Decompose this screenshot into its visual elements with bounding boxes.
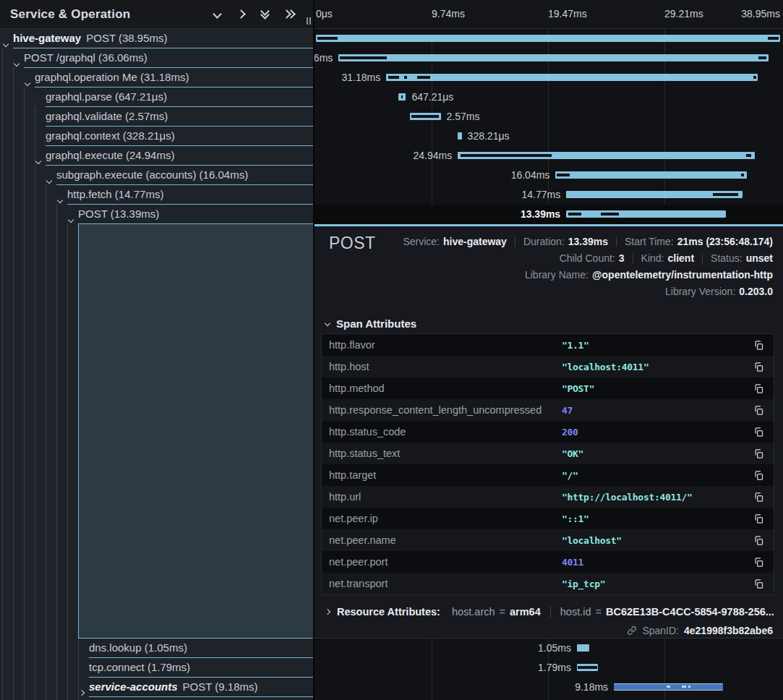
double-chevron-down-icon[interactable] — [262, 11, 268, 18]
resource-attributes-row[interactable]: Resource Attributes: host.arch=arm64host… — [325, 606, 774, 618]
indent-guide — [67, 223, 68, 700]
timeline-row[interactable]: 14.77ms — [315, 185, 783, 205]
field-label: Start Time: — [625, 236, 674, 247]
attribute-row: net.transport"ip_tcp" — [322, 573, 774, 594]
tree-row[interactable]: graphql.operation Me (31.18ms) — [0, 68, 313, 88]
copy-button[interactable] — [743, 362, 774, 372]
span-bar[interactable] — [410, 113, 440, 120]
tree-header-actions — [214, 11, 294, 18]
field-divider — [702, 253, 703, 263]
tree-row[interactable]: graphql.context (328.21μs) — [0, 127, 313, 146]
field-label: Status: — [711, 252, 743, 264]
timeline-row[interactable]: 1.05ms — [315, 639, 783, 658]
tree-row[interactable]: http.fetch (14.77ms) — [0, 185, 313, 205]
copy-button[interactable] — [743, 340, 774, 351]
timeline-row[interactable]: 16.04ms — [315, 166, 783, 185]
span-bar[interactable] — [458, 132, 461, 140]
chevron-right-icon — [325, 609, 330, 615]
detail-meta-line: Child Count:3Kind:clientStatus:unset — [560, 252, 773, 264]
copy-button[interactable] — [743, 557, 774, 568]
attribute-row: http.url"http://localhost:4011/" — [322, 486, 774, 508]
copy-icon — [753, 340, 764, 351]
child-span-tick — [461, 154, 551, 157]
copy-icon — [753, 470, 764, 481]
field-value: unset — [746, 252, 773, 264]
panel-resize-handle[interactable] — [307, 17, 311, 25]
timeline-row[interactable]: 9.18ms — [315, 678, 783, 697]
span-bar[interactable] — [566, 191, 742, 198]
copy-button[interactable] — [743, 492, 774, 503]
child-span-tick — [578, 666, 596, 669]
timeline-row[interactable]: 647.21μs — [315, 88, 783, 107]
tree-row-label: service-accountsPOST (9.18ms) — [89, 678, 313, 697]
span-bar[interactable] — [577, 664, 599, 671]
span-bar[interactable] — [338, 54, 768, 61]
timeline-row[interactable]: 36.06ms — [315, 48, 783, 68]
chevron-down-icon[interactable] — [58, 192, 62, 205]
duration-label: 31.18ms — [342, 68, 381, 88]
child-span-tick — [768, 37, 779, 40]
tree-row[interactable]: tcp.connect (1.79ms) — [0, 658, 313, 678]
field-value: 13.39ms — [568, 236, 608, 247]
timeline-row[interactable]: 38.95ms — [315, 29, 783, 48]
timeline-row[interactable]: 13.39ms — [315, 205, 783, 224]
tree-row[interactable]: service-accountsPOST (9.18ms) — [0, 678, 313, 697]
tree-row[interactable]: POST (13.39ms) — [0, 205, 313, 224]
span-bar[interactable] — [398, 93, 406, 101]
attribute-key: http.status_text — [322, 448, 562, 459]
timeline-row[interactable]: 31.18ms — [315, 68, 783, 88]
child-span-tick — [317, 37, 338, 40]
chevron-down-icon[interactable] — [69, 212, 73, 225]
tree-row[interactable]: hive-gatewayPOST (38.95ms) — [0, 29, 313, 48]
span-bar[interactable] — [555, 171, 746, 179]
timeline-row[interactable]: 2.57ms — [315, 107, 783, 127]
attribute-key: net.transport — [322, 578, 562, 589]
chevron-right-icon[interactable] — [236, 9, 246, 19]
copy-button[interactable] — [743, 535, 774, 546]
chevron-down-icon[interactable] — [25, 75, 30, 88]
attribute-key: net.peer.name — [322, 534, 562, 546]
chevron-right-icon[interactable] — [80, 685, 84, 698]
link-icon[interactable] — [627, 626, 637, 636]
chevron-down-icon[interactable] — [47, 173, 51, 186]
double-chevron-right-icon[interactable] — [286, 11, 294, 17]
panel-divider[interactable] — [313, 0, 315, 700]
tree-row[interactable]: subgraph.execute (accounts) (16.04ms) — [0, 166, 313, 185]
copy-icon — [753, 513, 764, 524]
operation-label: tcp.connect (1.79ms) — [89, 661, 190, 673]
indent-guide — [56, 204, 57, 700]
copy-button[interactable] — [743, 579, 774, 589]
timeline-row[interactable]: 1.79ms — [315, 658, 783, 678]
span-bar[interactable] — [316, 35, 780, 42]
span-bar[interactable] — [577, 644, 589, 652]
tree-row-label: hive-gatewayPOST (38.95ms) — [13, 29, 313, 48]
chevron-down-icon[interactable] — [213, 9, 222, 19]
span-bar[interactable] — [566, 210, 726, 218]
tree-row[interactable]: dns.lookup (1.05ms) — [0, 639, 313, 658]
tree-row[interactable]: POST /graphql (36.06ms) — [0, 48, 313, 68]
tree-row[interactable]: graphql.parse (647.21μs) — [0, 88, 313, 107]
tree-row[interactable]: graphql.execute (24.94ms) — [0, 146, 313, 166]
attribute-value: 200 — [562, 427, 743, 438]
span-bar[interactable] — [458, 152, 755, 159]
field-label: Library Version: — [665, 286, 735, 297]
operation-label: http.fetch (14.77ms) — [67, 188, 163, 200]
chevron-down-icon[interactable] — [4, 36, 8, 49]
copy-button[interactable] — [743, 383, 774, 394]
duration-label: 2.57ms — [447, 107, 480, 127]
chevron-down-icon[interactable] — [14, 56, 19, 69]
copy-button[interactable] — [743, 448, 774, 459]
timeline-row[interactable]: 24.94ms — [315, 146, 783, 166]
span-bar[interactable] — [614, 683, 723, 691]
copy-button[interactable] — [743, 470, 774, 481]
tree-row-label: graphql.execute (24.94ms) — [46, 146, 313, 166]
span-bar[interactable] — [386, 74, 758, 81]
duration-label: 647.21μs — [411, 88, 453, 107]
copy-button[interactable] — [743, 427, 774, 438]
tree-row[interactable]: graphql.validate (2.57ms) — [0, 107, 313, 127]
span-attributes-header[interactable]: Span Attributes — [325, 317, 416, 330]
copy-button[interactable] — [743, 405, 774, 416]
timeline-row[interactable]: 328.21μs — [315, 127, 783, 146]
chevron-down-icon[interactable] — [36, 153, 40, 166]
copy-button[interactable] — [743, 513, 774, 524]
